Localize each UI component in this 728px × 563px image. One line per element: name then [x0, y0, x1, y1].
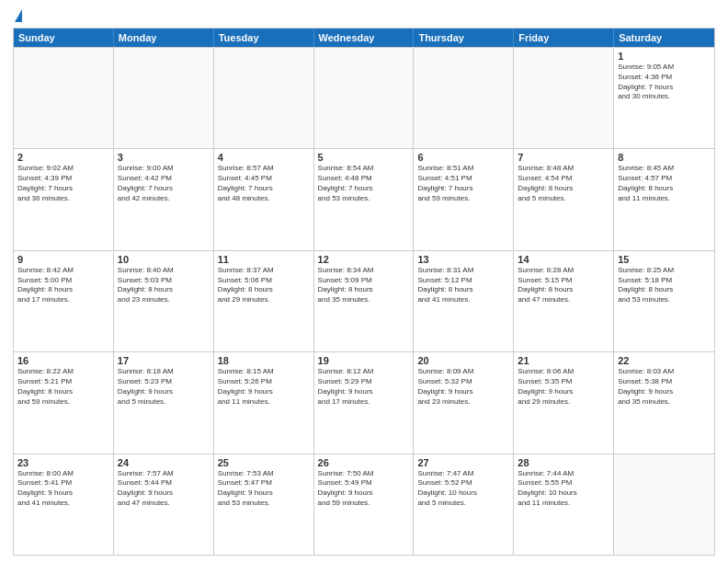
day-info: Sunrise: 8:45 AM Sunset: 4:57 PM Dayligh… — [618, 164, 711, 203]
calendar-row-3: 16Sunrise: 8:22 AM Sunset: 5:21 PM Dayli… — [14, 351, 714, 453]
day-cell-empty-0-0 — [14, 48, 114, 148]
day-info: Sunrise: 8:03 AM Sunset: 5:38 PM Dayligh… — [618, 367, 711, 407]
calendar-row-1: 2Sunrise: 9:02 AM Sunset: 4:39 PM Daylig… — [14, 148, 714, 249]
day-cell-6: 6Sunrise: 8:51 AM Sunset: 4:51 PM Daylig… — [414, 149, 514, 249]
day-info: Sunrise: 8:48 AM Sunset: 4:54 PM Dayligh… — [518, 164, 609, 203]
day-cell-9: 9Sunrise: 8:42 AM Sunset: 5:00 PM Daylig… — [14, 251, 114, 351]
header-day-sunday: Sunday — [14, 29, 114, 47]
header-day-monday: Monday — [114, 29, 214, 47]
day-cell-4: 4Sunrise: 8:57 AM Sunset: 4:45 PM Daylig… — [214, 149, 314, 249]
day-number: 8 — [618, 152, 711, 163]
day-info: Sunrise: 8:34 AM Sunset: 5:09 PM Dayligh… — [318, 266, 410, 305]
day-number: 18 — [218, 355, 310, 366]
day-cell-20: 20Sunrise: 8:09 AM Sunset: 5:32 PM Dayli… — [414, 352, 514, 453]
day-info: Sunrise: 8:22 AM Sunset: 5:21 PM Dayligh… — [17, 367, 109, 407]
day-cell-11: 11Sunrise: 8:37 AM Sunset: 5:06 PM Dayli… — [214, 251, 314, 351]
day-cell-22: 22Sunrise: 8:03 AM Sunset: 5:38 PM Dayli… — [614, 352, 714, 453]
day-cell-8: 8Sunrise: 8:45 AM Sunset: 4:57 PM Daylig… — [614, 149, 714, 249]
day-cell-2: 2Sunrise: 9:02 AM Sunset: 4:39 PM Daylig… — [14, 149, 114, 249]
calendar-row-0: 1Sunrise: 9:05 AM Sunset: 4:36 PM Daylig… — [14, 47, 714, 148]
day-info: Sunrise: 8:28 AM Sunset: 5:15 PM Dayligh… — [518, 266, 609, 305]
day-number: 21 — [518, 355, 609, 366]
header-day-tuesday: Tuesday — [214, 29, 314, 47]
day-number: 13 — [417, 254, 509, 265]
day-info: Sunrise: 8:51 AM Sunset: 4:51 PM Dayligh… — [417, 164, 509, 203]
day-cell-27: 27Sunrise: 7:47 AM Sunset: 5:52 PM Dayli… — [414, 454, 514, 555]
day-cell-25: 25Sunrise: 7:53 AM Sunset: 5:47 PM Dayli… — [214, 454, 314, 555]
day-info: Sunrise: 8:15 AM Sunset: 5:26 PM Dayligh… — [218, 367, 310, 407]
day-cell-23: 23Sunrise: 8:00 AM Sunset: 5:41 PM Dayli… — [14, 454, 114, 555]
day-info: Sunrise: 7:50 AM Sunset: 5:49 PM Dayligh… — [318, 469, 410, 509]
calendar-row-4: 23Sunrise: 8:00 AM Sunset: 5:41 PM Dayli… — [14, 454, 714, 555]
day-number: 11 — [218, 254, 310, 265]
day-number: 23 — [17, 457, 109, 468]
day-cell-empty-0-4 — [414, 48, 514, 148]
day-info: Sunrise: 9:02 AM Sunset: 4:39 PM Dayligh… — [17, 164, 109, 203]
day-info: Sunrise: 8:18 AM Sunset: 5:23 PM Dayligh… — [118, 367, 210, 407]
day-info: Sunrise: 8:31 AM Sunset: 5:12 PM Dayligh… — [417, 266, 509, 305]
day-number: 9 — [17, 254, 109, 265]
header-day-wednesday: Wednesday — [314, 29, 415, 47]
day-info: Sunrise: 8:40 AM Sunset: 5:03 PM Dayligh… — [118, 266, 210, 305]
day-number: 19 — [318, 355, 410, 366]
day-number: 14 — [518, 254, 609, 265]
day-info: Sunrise: 8:12 AM Sunset: 5:29 PM Dayligh… — [318, 367, 410, 407]
day-number: 25 — [218, 457, 310, 468]
day-cell-19: 19Sunrise: 8:12 AM Sunset: 5:29 PM Dayli… — [314, 352, 415, 453]
calendar-header: SundayMondayTuesdayWednesdayThursdayFrid… — [14, 29, 714, 47]
day-info: Sunrise: 8:00 AM Sunset: 5:41 PM Dayligh… — [17, 469, 109, 509]
day-cell-28: 28Sunrise: 7:44 AM Sunset: 5:55 PM Dayli… — [514, 454, 614, 555]
day-info: Sunrise: 9:00 AM Sunset: 4:42 PM Dayligh… — [118, 164, 210, 203]
day-info: Sunrise: 8:25 AM Sunset: 5:18 PM Dayligh… — [618, 266, 711, 305]
calendar-row-2: 9Sunrise: 8:42 AM Sunset: 5:00 PM Daylig… — [14, 250, 714, 351]
day-cell-17: 17Sunrise: 8:18 AM Sunset: 5:23 PM Dayli… — [114, 352, 214, 453]
day-cell-7: 7Sunrise: 8:48 AM Sunset: 4:54 PM Daylig… — [514, 149, 614, 249]
logo — [13, 9, 22, 22]
logo-triangle-icon — [15, 9, 22, 22]
day-info: Sunrise: 9:05 AM Sunset: 4:36 PM Dayligh… — [618, 63, 711, 102]
day-number: 4 — [218, 152, 310, 163]
day-cell-12: 12Sunrise: 8:34 AM Sunset: 5:09 PM Dayli… — [314, 251, 415, 351]
day-cell-empty-0-5 — [514, 48, 614, 148]
day-cell-13: 13Sunrise: 8:31 AM Sunset: 5:12 PM Dayli… — [414, 251, 514, 351]
day-number: 28 — [518, 457, 609, 468]
day-info: Sunrise: 8:37 AM Sunset: 5:06 PM Dayligh… — [218, 266, 310, 305]
day-cell-15: 15Sunrise: 8:25 AM Sunset: 5:18 PM Dayli… — [614, 251, 714, 351]
day-cell-5: 5Sunrise: 8:54 AM Sunset: 4:48 PM Daylig… — [314, 149, 415, 249]
day-number: 7 — [518, 152, 609, 163]
day-cell-14: 14Sunrise: 8:28 AM Sunset: 5:15 PM Dayli… — [514, 251, 614, 351]
day-number: 26 — [318, 457, 410, 468]
day-cell-24: 24Sunrise: 7:57 AM Sunset: 5:44 PM Dayli… — [114, 454, 214, 555]
day-cell-21: 21Sunrise: 8:06 AM Sunset: 5:35 PM Dayli… — [514, 352, 614, 453]
day-info: Sunrise: 7:57 AM Sunset: 5:44 PM Dayligh… — [118, 469, 210, 509]
day-cell-26: 26Sunrise: 7:50 AM Sunset: 5:49 PM Dayli… — [314, 454, 415, 555]
day-info: Sunrise: 7:53 AM Sunset: 5:47 PM Dayligh… — [218, 469, 310, 509]
day-cell-empty-0-1 — [114, 48, 214, 148]
day-number: 1 — [618, 51, 711, 62]
day-info: Sunrise: 8:54 AM Sunset: 4:48 PM Dayligh… — [318, 164, 410, 203]
day-number: 5 — [318, 152, 410, 163]
day-number: 12 — [318, 254, 410, 265]
day-number: 17 — [118, 355, 210, 366]
day-info: Sunrise: 8:06 AM Sunset: 5:35 PM Dayligh… — [518, 367, 609, 407]
day-number: 16 — [17, 355, 109, 366]
day-info: Sunrise: 7:47 AM Sunset: 5:52 PM Dayligh… — [417, 469, 509, 509]
day-cell-3: 3Sunrise: 9:00 AM Sunset: 4:42 PM Daylig… — [114, 149, 214, 249]
header-day-saturday: Saturday — [614, 29, 714, 47]
day-number: 22 — [618, 355, 711, 366]
day-number: 10 — [118, 254, 210, 265]
day-number: 20 — [417, 355, 509, 366]
day-info: Sunrise: 8:42 AM Sunset: 5:00 PM Dayligh… — [17, 266, 109, 305]
day-cell-empty-4-6 — [614, 454, 714, 555]
calendar: SundayMondayTuesdayWednesdayThursdayFrid… — [13, 28, 715, 556]
day-cell-10: 10Sunrise: 8:40 AM Sunset: 5:03 PM Dayli… — [114, 251, 214, 351]
day-info: Sunrise: 8:57 AM Sunset: 4:45 PM Dayligh… — [218, 164, 310, 203]
day-cell-1: 1Sunrise: 9:05 AM Sunset: 4:36 PM Daylig… — [614, 48, 714, 148]
day-number: 6 — [417, 152, 509, 163]
day-number: 3 — [118, 152, 210, 163]
header-day-friday: Friday — [514, 29, 614, 47]
day-cell-18: 18Sunrise: 8:15 AM Sunset: 5:26 PM Dayli… — [214, 352, 314, 453]
day-info: Sunrise: 7:44 AM Sunset: 5:55 PM Dayligh… — [518, 469, 609, 509]
day-info: Sunrise: 8:09 AM Sunset: 5:32 PM Dayligh… — [417, 367, 509, 407]
day-number: 24 — [118, 457, 210, 468]
